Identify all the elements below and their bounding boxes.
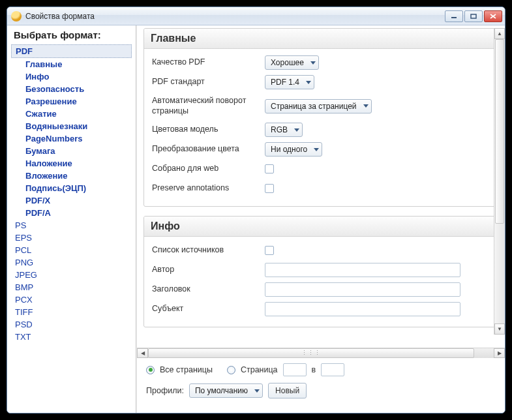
maximize-button[interactable] (464, 10, 483, 22)
format-item-psd[interactable]: PSD (11, 318, 132, 331)
footer-panel: Все страницы Страница в Профили: По умол… (137, 358, 505, 413)
format-item-txt[interactable]: TXT (11, 331, 132, 343)
maximize-icon (470, 14, 477, 19)
scroll-down-icon[interactable]: ▼ (494, 323, 505, 335)
app-icon (11, 11, 22, 22)
subject-label: Субъект (151, 303, 265, 316)
scroll-area: Главные Качество PDF Хорошее PDF стандар… (137, 25, 505, 348)
window-title: Свойства формата (25, 12, 444, 21)
chevron-down-icon (294, 128, 299, 132)
pdf-sub-attachment[interactable]: Вложение (11, 170, 132, 182)
pdf-sub-compression[interactable]: Сжатие (11, 108, 132, 120)
page-from-input[interactable] (283, 363, 307, 376)
new-profile-label: Новый (275, 386, 299, 395)
pdf-sub-overlay[interactable]: Наложение (11, 157, 132, 170)
hscroll-thumb[interactable]: ⋮⋮⋮ (148, 348, 474, 358)
titlebar: Свойства формата (7, 7, 505, 25)
web-label: Собрано для web (151, 162, 265, 175)
svg-rect-0 (451, 17, 457, 18)
chevron-down-icon (310, 61, 316, 65)
sources-label: Список источников (151, 244, 265, 257)
pdf-sub-pdfa[interactable]: PDF/A (11, 207, 132, 219)
horizontal-scrollbar[interactable]: ◀ ⋮⋮⋮ ▶ (137, 348, 505, 358)
all-pages-label: Все страницы (160, 365, 213, 374)
author-input[interactable] (265, 263, 460, 277)
chevron-down-icon (254, 389, 260, 393)
chevron-down-icon (314, 148, 319, 151)
section-info-header: Инфо (144, 217, 499, 237)
format-list: PDF Главные Инфо Безопасность Разрешение… (11, 44, 132, 343)
colorconv-value: Ни одного (271, 145, 307, 154)
section-main: Главные Качество PDF Хорошее PDF стандар… (143, 28, 500, 207)
format-item-eps[interactable]: EPS (11, 232, 132, 244)
close-button[interactable] (484, 10, 502, 22)
close-icon (490, 14, 496, 19)
scroll-up-icon[interactable]: ▲ (494, 28, 505, 39)
minimize-icon (451, 14, 457, 19)
page-radio[interactable] (227, 366, 235, 374)
pdf-sub-pdfx[interactable]: PDF/X (11, 194, 132, 207)
chevron-down-icon (363, 104, 369, 108)
minimize-button[interactable] (445, 10, 463, 22)
profiles-label: Профили: (146, 386, 184, 395)
standard-value: PDF 1.4 (271, 78, 299, 87)
vertical-scrollbar[interactable]: ▲ ▼ (494, 28, 505, 335)
scroll-left-icon[interactable]: ◀ (137, 348, 148, 358)
all-pages-radio[interactable] (146, 366, 155, 374)
title-label: Заголовок (151, 283, 265, 296)
colormodel-value: RGB (271, 125, 288, 134)
section-main-header: Главные (144, 29, 499, 49)
new-profile-button[interactable]: Новый (268, 383, 307, 398)
web-checkbox[interactable] (265, 164, 274, 173)
pdf-sub-watermarks[interactable]: Водяныезнаки (11, 120, 132, 132)
preserve-checkbox[interactable] (265, 184, 274, 193)
window-controls (444, 10, 502, 22)
format-item-ps[interactable]: PS (11, 219, 132, 232)
quality-select[interactable]: Хорошее (265, 55, 319, 70)
pdf-sub-main[interactable]: Главные (11, 58, 132, 70)
format-item-pdf[interactable]: PDF (11, 44, 132, 58)
scroll-right-icon[interactable]: ▶ (494, 348, 505, 358)
autorotate-label: Автоматический поворот страницы (151, 95, 265, 117)
content-area: Главные Качество PDF Хорошее PDF стандар… (136, 25, 505, 413)
svg-rect-1 (471, 14, 476, 18)
pdf-sub-signature[interactable]: Подпись(ЭЦП) (11, 182, 132, 194)
autorotate-value: Страница за страницей (271, 102, 357, 111)
format-item-pcx[interactable]: PCX (11, 293, 132, 306)
page-to-input[interactable] (321, 363, 344, 376)
profile-value: По умолчанию (195, 386, 248, 395)
chevron-down-icon (306, 81, 311, 84)
scroll-thumb[interactable] (495, 39, 504, 224)
quality-label: Качество PDF (151, 56, 265, 69)
pdf-sub-security[interactable]: Безопасность (11, 83, 132, 95)
author-label: Автор (151, 263, 265, 277)
pdf-sub-paper[interactable]: Бумага (11, 145, 132, 157)
format-properties-window: Свойства формата Выбрать формат: PDF Гла… (7, 7, 505, 413)
sources-checkbox[interactable] (265, 246, 274, 255)
autorotate-select[interactable]: Страница за страницей (265, 99, 372, 113)
sidebar-title: Выбрать формат: (11, 28, 132, 44)
colormodel-label: Цветовая модель (151, 123, 265, 136)
colorconv-select[interactable]: Ни одного (265, 142, 322, 157)
standard-label: PDF стандарт (151, 76, 265, 89)
pdf-sub-resolution[interactable]: Разрешение (11, 95, 132, 108)
standard-select[interactable]: PDF 1.4 (265, 75, 314, 89)
profile-select[interactable]: По умолчанию (189, 383, 263, 398)
in-label: в (312, 365, 316, 374)
pdf-sub-pagenumbers[interactable]: PageNumbers (11, 132, 132, 145)
subject-input[interactable] (265, 302, 460, 316)
format-item-pcl[interactable]: PCL (11, 244, 132, 256)
format-item-bmp[interactable]: BMP (11, 281, 132, 293)
preserve-label: Preserve annotations (151, 182, 265, 195)
colormodel-select[interactable]: RGB (265, 123, 303, 137)
colorconv-label: Преобразование цвета (151, 143, 265, 156)
format-item-png[interactable]: PNG (11, 256, 132, 269)
quality-value: Хорошее (271, 58, 304, 67)
pdf-sub-info[interactable]: Инфо (11, 70, 132, 83)
title-input[interactable] (265, 282, 460, 297)
page-label: Страница (241, 365, 278, 374)
format-item-jpeg[interactable]: JPEG (11, 269, 132, 281)
format-item-tiff[interactable]: TIFF (11, 306, 132, 318)
sidebar: Выбрать формат: PDF Главные Инфо Безопас… (7, 25, 136, 413)
section-info: Инфо Список источников Автор Заголовок (143, 216, 500, 327)
